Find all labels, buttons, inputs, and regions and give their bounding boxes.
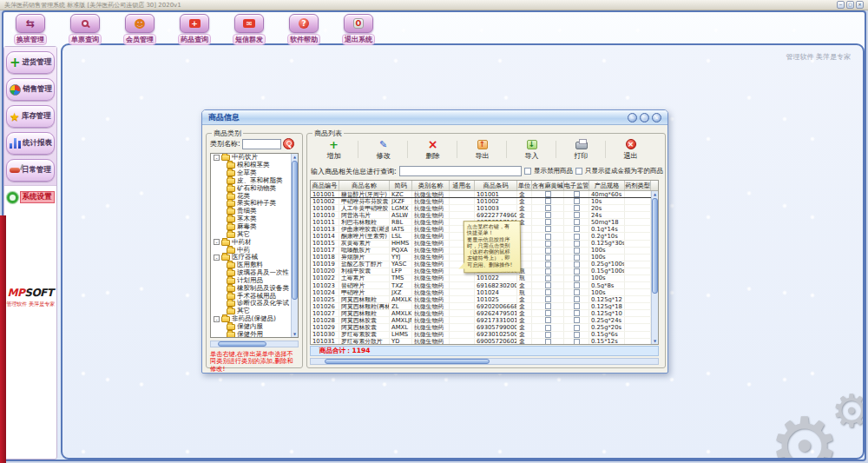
window-maximize-button[interactable]: ▢ (846, 1, 854, 9)
e-supervision-checkbox[interactable] (574, 261, 580, 268)
ephedrine-checkbox[interactable] (545, 191, 551, 197)
table-row[interactable]: 101024甲硝唑片JXZ抗微生物药101024瓶100s (311, 289, 658, 296)
scroll-up-arrow-icon[interactable]: ▲ (652, 192, 658, 196)
ephedrine-checkbox[interactable] (545, 212, 551, 218)
e-supervision-checkbox[interactable] (574, 296, 580, 302)
e-supervision-checkbox[interactable] (574, 268, 580, 274)
category-name-input[interactable] (242, 139, 281, 149)
dialog-tool-import[interactable]: ↓导入 (507, 136, 556, 162)
toolbar-item-shift-swap[interactable]: ⇆换班管理 (10, 14, 50, 45)
tree-node[interactable]: 其它 (211, 230, 298, 238)
scroll-down-arrow-icon[interactable]: ▼ (652, 339, 658, 343)
column-header-3[interactable]: 类别名称 (412, 181, 450, 190)
table-row[interactable]: 101010阿昔洛韦片ASLW抗微生物药6922277496060盒24s (311, 212, 658, 219)
tree-node[interactable]: -中药材 (211, 238, 298, 246)
tree-toggle-icon[interactable]: - (214, 239, 220, 245)
toolbar-item-sms[interactable]: ✉短信群发 (229, 14, 269, 45)
ephedrine-checkbox[interactable] (545, 339, 551, 345)
table-row[interactable]: 101003人工牛黄甲硝唑胶LGMX抗微生物药101003盒20s (311, 205, 658, 212)
column-header-4[interactable]: 通用名 (450, 181, 475, 190)
sidebar-item-daily[interactable]: 日常管理 (6, 159, 55, 182)
table-row[interactable]: 101023替硝唑片TXZ抗微生物药6916823020016盒0.5g*8s (311, 282, 658, 289)
sidebar-item-sales[interactable]: 销售管理 (6, 78, 55, 101)
ephedrine-checkbox[interactable] (545, 325, 551, 331)
table-row[interactable]: 101029阿莫西林胶囊AMXL抗微生物药6930579900095盒0.25g… (311, 324, 658, 331)
tree-toggle-icon[interactable]: - (214, 316, 220, 322)
table-vertical-scrollbar[interactable]: ▲ ▼ (651, 191, 658, 344)
table-row[interactable]: 101026阿莫西林颗粒(再林ZL抗微生物药6920200666828盒0.12… (311, 303, 658, 310)
e-supervision-checkbox[interactable] (574, 325, 580, 331)
table-hscroll-thumb[interactable] (325, 359, 490, 364)
e-supervision-checkbox[interactable] (574, 310, 580, 316)
dialog-tool-exit-round[interactable]: ×退出 (606, 136, 655, 162)
dialog-tool-print[interactable]: 打印 (556, 136, 606, 162)
ephedrine-checkbox[interactable] (545, 282, 551, 288)
sidebar-item-inventory[interactable]: ★库存管理 (6, 105, 55, 128)
table-row[interactable]: 101001糠甾醇片(牙周宁)KZC抗微生物药101001盒40mg*60s (311, 191, 658, 198)
ephedrine-checkbox[interactable] (545, 268, 551, 274)
column-header-8[interactable]: 电子监管 (564, 181, 589, 190)
tree-vertical-scrollbar[interactable]: ▲ ▼ (291, 154, 298, 337)
e-supervision-checkbox[interactable] (574, 332, 580, 338)
table-row[interactable]: 101002甲硝唑芬布芬胶囊JXZF抗微生物药101002盒10s (311, 198, 658, 205)
sidebar-item-report[interactable]: 统计报表 (6, 132, 55, 155)
scroll-up-arrow-icon[interactable]: ▲ (292, 155, 298, 159)
window-close-button[interactable]: ✕ (856, 1, 864, 9)
window-minimize-button[interactable]: ─ (837, 1, 845, 9)
e-supervision-checkbox[interactable] (574, 289, 580, 295)
table-row[interactable]: 101027阿莫西林颗粒AMXLKL抗微生物药6926247950165盒0.1… (311, 310, 658, 317)
ephedrine-checkbox[interactable] (545, 226, 551, 232)
ephedrine-checkbox[interactable] (545, 275, 551, 281)
e-supervision-checkbox[interactable] (574, 275, 580, 281)
tree-scroll-thumb[interactable] (292, 161, 298, 300)
e-supervision-checkbox[interactable] (574, 234, 580, 240)
ephedrine-checkbox[interactable] (545, 289, 551, 295)
ephedrine-checkbox[interactable] (545, 261, 551, 268)
ephedrine-checkbox[interactable] (545, 310, 551, 316)
ephedrine-checkbox[interactable] (545, 248, 551, 254)
ephedrine-checkbox[interactable] (545, 296, 551, 302)
product-search-input[interactable] (399, 166, 522, 176)
sidebar-item-purchase[interactable]: +进货管理 (6, 51, 55, 74)
dialog-minimize-button[interactable]: ─ (628, 113, 637, 122)
dialog-close-button[interactable]: ✕ (652, 113, 661, 122)
ephedrine-checkbox[interactable] (545, 241, 551, 247)
toolbar-item-member[interactable]: ☻会员管理 (120, 14, 160, 45)
tree-hscroll-thumb[interactable] (218, 341, 266, 347)
ephedrine-checkbox[interactable] (545, 332, 551, 338)
dialog-titlebar[interactable]: 商品信息 ─ ▢ ✕ (202, 110, 667, 125)
category-search-button[interactable] (283, 138, 294, 149)
ephedrine-checkbox[interactable] (545, 255, 551, 261)
dialog-maximize-button[interactable]: ▢ (640, 113, 649, 122)
e-supervision-checkbox[interactable] (574, 226, 580, 232)
zero-commission-checkbox[interactable] (575, 168, 582, 175)
table-row[interactable]: 101025阿莫西林颗粒AMXLKL抗微生物药101025盒0.125g*12 (311, 296, 658, 303)
ephedrine-checkbox[interactable] (545, 219, 551, 225)
e-supervision-checkbox[interactable] (574, 248, 580, 254)
e-supervision-checkbox[interactable] (574, 219, 580, 225)
ephedrine-checkbox[interactable] (545, 205, 551, 211)
toolbar-item-exit[interactable]: O退出系统 (339, 14, 378, 45)
ephedrine-checkbox[interactable] (545, 198, 551, 204)
tree-node[interactable]: 矿石和动物类 (211, 184, 298, 192)
tree-horizontal-scrollbar[interactable] (210, 341, 299, 347)
ephedrine-checkbox[interactable] (545, 234, 551, 240)
e-supervision-checkbox[interactable] (574, 241, 580, 247)
toolbar-item-drug-query[interactable]: +药品查询 (174, 14, 214, 45)
tree-toggle-icon[interactable]: - (214, 155, 220, 161)
toolbar-item-receipt-query[interactable]: 单票查询 (65, 14, 105, 45)
e-supervision-checkbox[interactable] (574, 212, 580, 218)
e-supervision-checkbox[interactable] (574, 303, 580, 309)
show-disabled-checkbox[interactable] (524, 168, 531, 175)
tree-node[interactable]: 诊断仪器及化学试 (211, 300, 298, 308)
table-horizontal-scrollbar[interactable] (310, 358, 659, 365)
toolbar-item-help[interactable]: ?软件帮助 (284, 14, 324, 45)
e-supervision-checkbox[interactable] (574, 282, 580, 288)
tree-toggle-icon[interactable]: - (214, 255, 220, 261)
column-header-2[interactable]: 简码 (390, 181, 412, 190)
e-supervision-checkbox[interactable] (574, 255, 580, 261)
column-header-1[interactable]: 商品名称 (339, 181, 390, 190)
column-header-9[interactable]: 产品规格 (589, 181, 625, 190)
e-supervision-checkbox[interactable] (574, 317, 580, 323)
e-supervision-checkbox[interactable] (574, 198, 580, 204)
